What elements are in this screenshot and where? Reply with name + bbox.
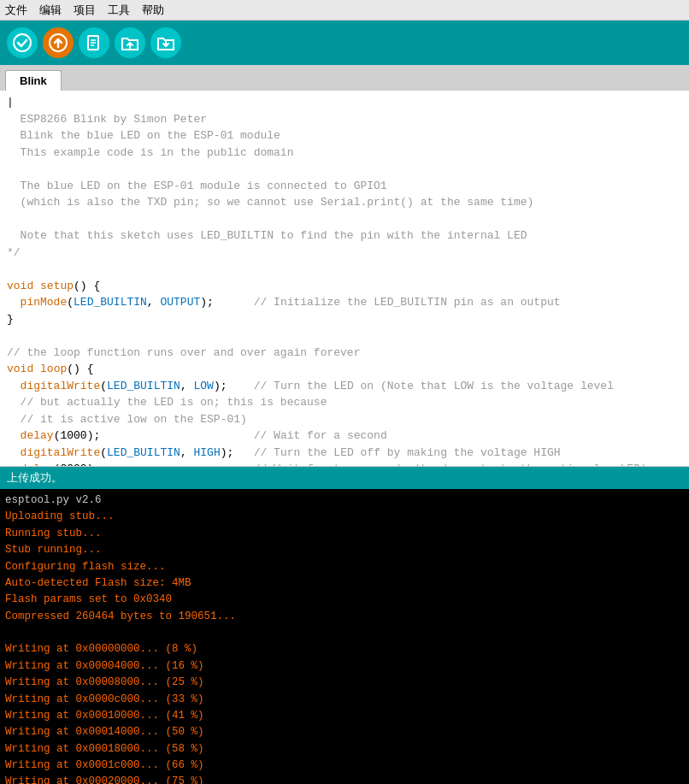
console-line: Stub running... [5, 544, 102, 556]
new-button[interactable] [79, 27, 109, 58]
toolbar [0, 21, 689, 65]
menubar: 文件 编辑 项目 工具 帮助 [0, 0, 689, 21]
console-line: Writing at 0x00018000... (58 %) [5, 743, 204, 755]
menu-project[interactable]: 项目 [74, 3, 96, 18]
menu-tools[interactable]: 工具 [108, 3, 130, 18]
console-line: Compressed 260464 bytes to 190651... [5, 610, 236, 622]
upload-button[interactable] [43, 27, 74, 58]
console-line: Writing at 0x00000000... (8 %) [5, 643, 197, 655]
console-line: Flash params set to 0x0340 [5, 593, 172, 605]
console-line: Writing at 0x00020000... (75 %) [5, 775, 204, 784]
console-line: Writing at 0x00008000... (25 %) [5, 676, 204, 688]
menu-edit[interactable]: 编辑 [39, 3, 62, 18]
console[interactable]: esptool.py v2.6 Uploading stub... Runnin… [0, 489, 689, 784]
console-line: Auto-detected Flash size: 4MB [5, 577, 191, 589]
tabbar: Blink [0, 65, 689, 91]
console-line: Writing at 0x00014000... (50 %) [5, 726, 204, 738]
svg-point-0 [14, 34, 31, 51]
tab-blink[interactable]: Blink [5, 70, 62, 91]
code-editor[interactable]: | ESP8266 Blink by Simon Peter Blink the… [0, 91, 689, 467]
open-button[interactable] [115, 27, 145, 58]
console-line: Writing at 0x00004000... (16 %) [5, 660, 204, 672]
console-line: Running stub... [5, 528, 102, 539]
verify-button[interactable] [7, 27, 38, 58]
menu-file[interactable]: 文件 [5, 3, 27, 18]
console-line: esptool.py v2.6 [5, 494, 102, 506]
statusbar: 上传成功。 [0, 467, 689, 489]
console-line: Configuring flash size... [5, 561, 166, 573]
cursor: | [7, 96, 14, 109]
console-line: Writing at 0x00010000... (41 %) [5, 710, 204, 722]
console-line: Writing at 0x0000c000... (33 %) [5, 693, 204, 705]
save-button[interactable] [150, 27, 181, 58]
console-line: Writing at 0x0001c000... (66 %) [5, 759, 204, 771]
menu-help[interactable]: 帮助 [142, 3, 164, 18]
console-line: Uploading stub... [5, 510, 115, 522]
status-message: 上传成功。 [7, 470, 62, 486]
